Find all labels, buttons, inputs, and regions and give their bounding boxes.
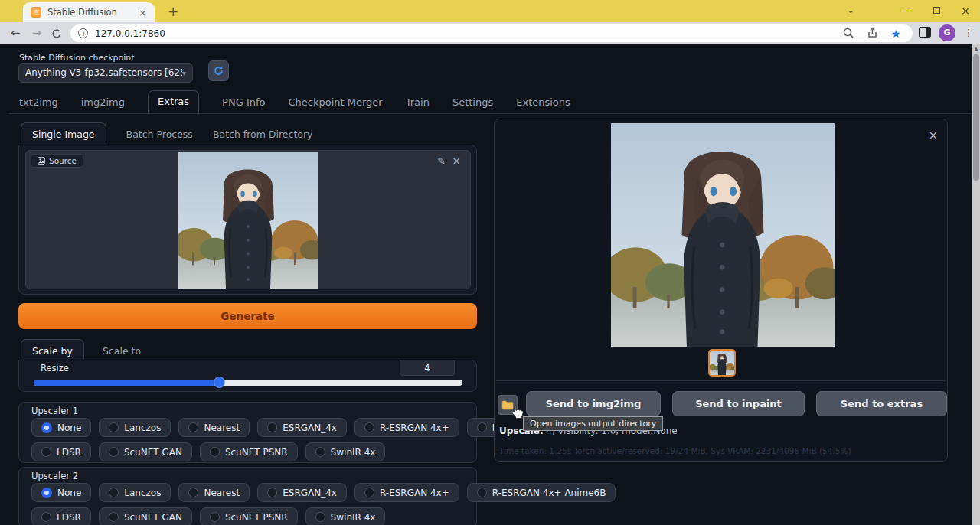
radio-dot-icon xyxy=(267,422,277,432)
favicon-icon xyxy=(31,7,41,18)
radio-dot-icon xyxy=(210,512,220,522)
radio-dot-icon xyxy=(267,488,277,497)
results-panel: × Send to img2img Se xyxy=(494,119,948,462)
radio-r-esrgan-4x[interactable]: R-ESRGAN 4x+ xyxy=(354,483,459,502)
radio-r-esrgan-anime6b[interactable]: R-ESRGAN 4x+ Anime6B xyxy=(467,483,616,502)
image-icon xyxy=(38,157,45,165)
resize-label: Resize xyxy=(41,363,69,373)
refresh-checkpoints-button[interactable] xyxy=(208,60,229,81)
scroll-up-arrow-icon[interactable]: ▲ xyxy=(972,44,980,54)
url-text[interactable]: 127.0.0.1:7860 xyxy=(95,28,831,39)
tab-extensions[interactable]: Extensions xyxy=(516,96,570,114)
generation-stats-text: Time taken: 1.25s Torch active/reserved:… xyxy=(499,446,851,455)
radio-scunet-psnr[interactable]: ScuNET PSNR xyxy=(200,442,298,461)
radio-swinir-4x[interactable]: SwinIR 4x xyxy=(305,507,386,525)
resize-slider[interactable] xyxy=(34,380,462,386)
reload-icon[interactable] xyxy=(47,24,66,43)
radio-ldsr[interactable]: LDSR xyxy=(31,442,91,461)
source-image xyxy=(178,152,318,289)
radio-swinir-4x[interactable]: SwinIR 4x xyxy=(305,442,386,461)
tooltip: Open images output directory xyxy=(523,416,663,431)
radio-esrgan-4x[interactable]: ESRGAN_4x xyxy=(257,483,347,502)
source-image-dropzone[interactable]: Source ✎ × xyxy=(25,150,471,289)
radio-dot-icon xyxy=(210,447,220,457)
site-info-icon[interactable]: i xyxy=(78,28,88,38)
radio-dot-icon xyxy=(477,488,487,497)
scrollbar-thumb[interactable] xyxy=(973,54,979,181)
result-thumbnail-selected[interactable] xyxy=(708,349,736,377)
upscaler-2-options-row-2: LDSR ScuNET GAN ScuNET PSNR SwinIR 4x xyxy=(31,507,385,525)
new-tab-button[interactable]: + xyxy=(165,5,181,20)
upscaler-2-options-row-1: None Lanczos Nearest ESRGAN_4x R-ESRGAN … xyxy=(31,483,616,502)
radio-lanczos[interactable]: Lanczos xyxy=(99,483,171,502)
radio-scunet-gan[interactable]: ScuNET GAN xyxy=(99,442,192,461)
radio-dot-icon xyxy=(109,447,119,457)
tab-img2img[interactable]: img2img xyxy=(81,96,125,114)
send-to-extras-button[interactable]: Send to extras xyxy=(816,391,947,416)
slider-handle[interactable] xyxy=(214,377,225,388)
upscaler-2-label: Upscaler 2 xyxy=(31,471,78,481)
radio-r-esrgan-4x[interactable]: R-ESRGAN 4x+ xyxy=(354,418,459,437)
generate-button[interactable]: Generate xyxy=(18,303,477,329)
radio-lanczos[interactable]: Lanczos xyxy=(99,418,171,437)
upscaler-1-label: Upscaler 1 xyxy=(31,406,78,416)
radio-scunet-psnr[interactable]: ScuNET PSNR xyxy=(200,507,298,525)
gallery-close-icon[interactable]: × xyxy=(928,129,938,142)
tab-txt2img[interactable]: txt2img xyxy=(19,96,58,114)
window-menu-icon[interactable]: ⌄ xyxy=(841,3,861,18)
profile-avatar[interactable]: G xyxy=(939,24,956,41)
side-panel-icon[interactable] xyxy=(919,27,931,38)
checkpoint-value: Anything-V3-fp32.safetensors [625a2ba2] xyxy=(25,67,182,78)
upscaler-1-options-row-2: LDSR ScuNET GAN ScuNET PSNR SwinIR 4x xyxy=(31,442,385,461)
tab-extras[interactable]: Extras xyxy=(148,90,199,115)
send-to-img2img-button[interactable]: Send to img2img xyxy=(526,391,661,416)
radio-none[interactable]: None xyxy=(31,418,91,437)
radio-dot-icon xyxy=(315,512,325,522)
chevron-down-icon: ▾ xyxy=(182,69,186,77)
radio-none[interactable]: None xyxy=(31,483,91,502)
browser-menu-icon[interactable]: ⋮ xyxy=(962,24,975,41)
clear-image-icon[interactable]: × xyxy=(452,155,461,167)
window-minimize-button[interactable]: — xyxy=(897,3,917,18)
upscaler-2-panel: Upscaler 2 None Lanczos Nearest ESRGAN_4… xyxy=(18,467,477,525)
radio-dot-icon xyxy=(188,488,198,497)
page-scrollbar[interactable]: ▲ xyxy=(972,44,980,525)
radio-dot-icon xyxy=(477,422,487,432)
radio-nearest[interactable]: Nearest xyxy=(178,418,250,437)
checkpoint-label: Stable Diffusion checkpoint xyxy=(19,53,135,63)
slider-fill xyxy=(34,380,219,386)
mouse-cursor-icon xyxy=(511,404,524,419)
window-maximize-button[interactable] xyxy=(926,3,946,18)
tab-title: Stable Diffusion xyxy=(47,7,137,18)
result-image[interactable] xyxy=(611,123,835,347)
address-bar[interactable]: i 127.0.0.1:7860 ★ xyxy=(70,24,913,42)
tab-png-info[interactable]: PNG Info xyxy=(222,96,265,114)
send-to-inpaint-button[interactable]: Send to inpaint xyxy=(672,391,805,416)
radio-dot-icon xyxy=(41,488,52,498)
edit-image-icon[interactable]: ✎ xyxy=(437,155,446,167)
radio-nearest[interactable]: Nearest xyxy=(178,483,250,502)
radio-esrgan-4x[interactable]: ESRGAN_4x xyxy=(257,418,347,437)
tab-train[interactable]: Train xyxy=(406,96,430,114)
zoom-icon[interactable] xyxy=(842,27,856,41)
radio-dot-icon xyxy=(41,447,51,457)
back-icon[interactable]: ← xyxy=(6,24,24,43)
radio-scunet-gan[interactable]: ScuNET GAN xyxy=(99,507,192,525)
bookmark-star-icon[interactable]: ★ xyxy=(891,27,905,41)
browser-tab[interactable]: Stable Diffusion × xyxy=(23,2,155,22)
share-icon[interactable] xyxy=(867,27,880,41)
radio-ldsr[interactable]: LDSR xyxy=(31,507,91,525)
radio-dot-icon xyxy=(41,512,51,522)
radio-dot-icon xyxy=(364,422,374,432)
forward-icon[interactable]: → xyxy=(28,24,46,43)
tab-close-icon[interactable]: × xyxy=(137,8,149,18)
tab-checkpoint-merger[interactable]: Checkpoint Merger xyxy=(288,96,382,114)
upscaler-1-panel: Upscaler 1 None Lanczos Nearest ESRGAN_4… xyxy=(18,402,477,463)
checkpoint-dropdown[interactable]: Anything-V3-fp32.safetensors [625a2ba2] … xyxy=(18,63,193,83)
tab-settings[interactable]: Settings xyxy=(452,96,493,114)
resize-number-input[interactable]: 4 xyxy=(400,360,455,376)
source-chip: Source xyxy=(31,154,83,168)
scale-by-panel: Resize 4 xyxy=(18,360,477,392)
tab-divider xyxy=(9,113,971,114)
window-close-button[interactable]: × xyxy=(956,3,975,18)
